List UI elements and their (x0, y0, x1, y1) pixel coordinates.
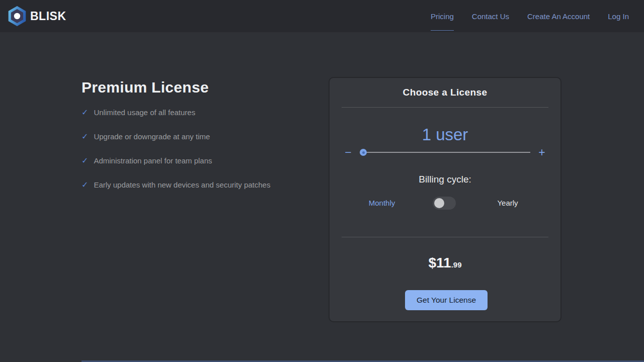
feature-text: Early updates with new devices and secur… (94, 180, 270, 189)
billing-option-monthly[interactable]: Monthly (330, 199, 434, 207)
user-count-slider: − + (330, 146, 560, 159)
check-icon: ✓ (82, 132, 88, 141)
brand-logo[interactable]: BLISK (8, 6, 66, 26)
divider (342, 107, 548, 108)
check-icon: ✓ (82, 108, 88, 117)
user-count-label: 1 user (330, 125, 560, 144)
nav-link-log-in[interactable]: Log In (608, 0, 629, 32)
feature-item: ✓ Upgrade or downgrade at any time (82, 124, 323, 148)
divider (342, 237, 548, 237)
billing-cycle-label: Billing cycle: (330, 174, 560, 185)
feature-item: ✓ Unlimited usage of all features (82, 100, 323, 124)
feature-item: ✓ Early updates with new devices and sec… (82, 172, 323, 197)
price-cents: .99 (451, 260, 462, 269)
check-icon: ✓ (82, 180, 88, 190)
billing-option-yearly[interactable]: Yearly (455, 199, 560, 207)
slider-thumb[interactable] (360, 149, 367, 156)
feature-text: Unlimited usage of all features (94, 108, 195, 117)
billing-toggle[interactable] (433, 197, 456, 210)
nav-link-contact-us[interactable]: Contact Us (472, 0, 509, 32)
nav-menu: Pricing Contact Us Create An Account Log… (431, 0, 629, 32)
increase-users-button[interactable]: + (535, 146, 548, 159)
license-card: Choose a License 1 user − + Billing cycl… (329, 77, 561, 322)
nav-link-pricing[interactable]: Pricing (431, 0, 454, 32)
feature-item: ✓ Administration panel for team plans (82, 148, 323, 172)
top-navbar: BLISK Pricing Contact Us Create An Accou… (0, 0, 644, 32)
toggle-knob (434, 198, 444, 208)
slider-track[interactable] (360, 152, 530, 153)
nav-link-create-account[interactable]: Create An Account (527, 0, 590, 32)
card-title: Choose a License (330, 87, 560, 98)
feature-text: Administration panel for team plans (94, 156, 212, 165)
check-icon: ✓ (82, 156, 88, 165)
page-title: Premium License (82, 79, 209, 96)
blisk-logo-icon (8, 6, 26, 26)
price: $11.99 (330, 255, 560, 271)
feature-text: Upgrade or downgrade at any time (94, 132, 210, 141)
price-amount: $11 (428, 255, 451, 270)
decrease-users-button[interactable]: − (342, 146, 355, 159)
get-license-button[interactable]: Get Your License (405, 290, 488, 310)
brand-name: BLISK (30, 10, 66, 23)
feature-list: ✓ Unlimited usage of all features ✓ Upgr… (82, 100, 323, 197)
